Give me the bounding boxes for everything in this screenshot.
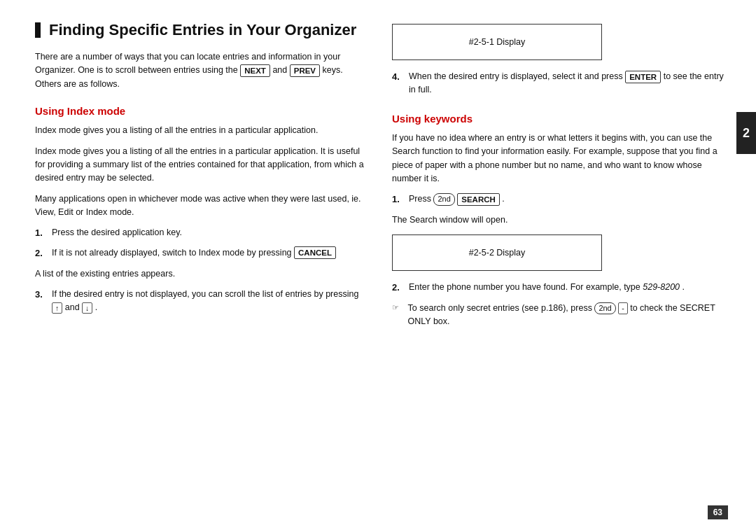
display-box-2: #2-5-2 Display xyxy=(392,234,602,271)
step3-num: 3. xyxy=(35,288,46,315)
kstep1-num: 1. xyxy=(392,192,403,206)
step-4: 4. When the desired entry is displayed, … xyxy=(392,70,728,97)
step1-text: Press the desired application key. xyxy=(52,226,182,240)
cancel-key: CANCEL xyxy=(294,246,336,259)
step3-text-before: If the desired entry is not displayed, y… xyxy=(52,289,358,299)
phone-number: 529-8200 xyxy=(643,282,680,292)
keywords-section: Using keywords If you have no idea where… xyxy=(392,113,728,335)
enter-key: ENTER xyxy=(625,71,661,83)
up-key: ↑ xyxy=(52,302,62,314)
keywords-heading: Using keywords xyxy=(392,113,728,125)
index-mode-section: Using Index mode Index mode gives you a … xyxy=(35,105,371,322)
minus-key: - xyxy=(618,302,628,314)
right-column: #2-5-1 Display 4. When the desired entry… xyxy=(392,21,728,511)
index-mode-heading: Using Index mode xyxy=(35,105,371,117)
title-text: Finding Specific Entries in Your Organiz… xyxy=(49,21,356,39)
display2-label: #2-5-2 Display xyxy=(469,248,526,258)
keywords-step2-list: 2. Enter the phone number you have found… xyxy=(392,281,728,295)
next-key: NEXT xyxy=(240,64,270,77)
kstep2-content: Enter the phone number you have found. F… xyxy=(409,281,685,295)
keywords-step1-list: 1. Press 2nd SEARCH . xyxy=(392,192,728,206)
step-1: 1. Press the desired application key. xyxy=(35,226,371,240)
kstep2-text: Enter the phone number you have found. F… xyxy=(409,282,640,292)
step3-and: and xyxy=(65,302,80,312)
down-key: ↓ xyxy=(82,302,92,314)
2nd-key-2: 2nd xyxy=(594,302,615,314)
chapter-tab: 2 xyxy=(736,112,756,154)
search-key: SEARCH xyxy=(457,193,500,206)
intro-paragraph: There are a number of ways that you can … xyxy=(35,50,371,91)
index-para3: Many applications open in whichever mode… xyxy=(35,192,371,220)
list-appears-text: A list of the existing entries appears. xyxy=(35,267,371,281)
index-para2: Index mode gives you a listing of all th… xyxy=(35,145,371,186)
note-content: To search only secret entries (see p.186… xyxy=(408,302,728,329)
2nd-key-1: 2nd xyxy=(433,193,454,205)
intro-and: and xyxy=(272,65,287,75)
step4-content: When the desired entry is displayed, sel… xyxy=(409,70,728,97)
note-icon: ☞ xyxy=(392,302,402,329)
keywords-step-2: 2. Enter the phone number you have found… xyxy=(392,281,728,295)
step4-list: 4. When the desired entry is displayed, … xyxy=(392,70,728,103)
step2-content: If it is not already displayed, switch t… xyxy=(52,246,336,260)
prev-key: PREV xyxy=(290,64,320,77)
step-2: 2. If it is not already displayed, switc… xyxy=(35,246,371,260)
step3-content: If the desired entry is not displayed, y… xyxy=(52,288,371,315)
step3-list: 3. If the desired entry is not displayed… xyxy=(35,288,371,315)
index-steps-list: 1. Press the desired application key. 2.… xyxy=(35,226,371,260)
keywords-step-1: 1. Press 2nd SEARCH . xyxy=(392,192,728,206)
step4-text-before: When the desired entry is displayed, sel… xyxy=(409,71,623,81)
kstep1-content: Press 2nd SEARCH . xyxy=(409,192,505,206)
keywords-intro: If you have no idea where an entry is or… xyxy=(392,132,728,186)
step2-num: 2. xyxy=(35,246,46,260)
kstep2-num: 2. xyxy=(392,281,403,295)
step1-num: 1. xyxy=(35,226,46,240)
kstep1-text-before: Press xyxy=(409,194,431,204)
title-bullet xyxy=(35,22,41,38)
search-window-text: The Search window will open. xyxy=(392,214,728,227)
chapter-number: 2 xyxy=(743,126,750,141)
display-box-1: #2-5-1 Display xyxy=(392,24,602,60)
index-para1: Index mode gives you a listing of all th… xyxy=(35,124,371,137)
note-row: ☞ To search only secret entries (see p.1… xyxy=(392,302,728,329)
step4-num: 4. xyxy=(392,70,403,97)
page-number: 63 xyxy=(708,505,728,519)
display1-label: #2-5-1 Display xyxy=(469,37,526,47)
step2-text-before: If it is not already displayed, switch t… xyxy=(52,248,292,258)
page-title: Finding Specific Entries in Your Organiz… xyxy=(35,21,371,39)
left-column: Finding Specific Entries in Your Organiz… xyxy=(35,21,371,511)
step-3: 3. If the desired entry is not displayed… xyxy=(35,288,371,315)
note-text-before: To search only secret entries (see p.186… xyxy=(408,303,592,313)
